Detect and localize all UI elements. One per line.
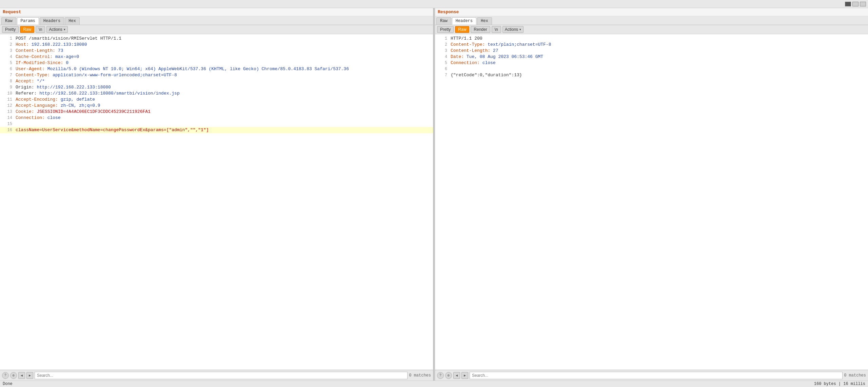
tab-headers-response[interactable]: Headers <box>452 17 476 25</box>
tab-raw-response[interactable]: Raw <box>436 17 451 25</box>
tab-raw-request[interactable]: Raw <box>1 17 16 25</box>
raw-btn-request[interactable]: Raw <box>20 26 34 33</box>
status-bar: Done 160 bytes | 16 millis <box>0 381 868 387</box>
pretty-btn-request[interactable]: Pretty <box>2 26 19 33</box>
response-line-1: 1 HTTP/1.1 200 <box>435 36 868 42</box>
response-title: Response <box>435 8 868 16</box>
response-help-icon[interactable]: ? <box>437 372 444 379</box>
newline-btn-response[interactable]: \n <box>492 26 501 33</box>
request-settings-icon[interactable]: ⚙ <box>10 372 17 379</box>
actions-dropdown-arrow-response: ▾ <box>519 28 521 31</box>
request-line-5: 5 If-Modified-Since: 0 <box>0 60 433 66</box>
request-line-2: 2 Host: 192.168.222.133:18080 <box>0 42 433 48</box>
request-line-10: 10 Referer: http://192.168.222.133:18080… <box>0 90 433 97</box>
request-line-3: 3 Content-Length: 73 <box>0 48 433 54</box>
request-line-11: 11 Accept-Encoding: gzip, deflate <box>0 97 433 103</box>
request-line-13: 13 Cookie: JSESSIONID=4A4AC06EC1DF3CDDC4… <box>0 109 433 115</box>
tab-hex-request[interactable]: Hex <box>65 17 80 25</box>
tab-params-request[interactable]: Params <box>17 17 39 25</box>
request-line-4: 4 Cache-Control: max-age=0 <box>0 54 433 60</box>
request-toolbar: Pretty Raw \n Actions ▾ <box>0 25 433 34</box>
response-line-4: 4 Date: Tue, 08 Aug 2023 06:53:46 GMT <box>435 54 868 60</box>
request-search-bar: ? ⚙ ◀ ▶ 0 matches <box>0 370 433 381</box>
request-matches-count: 0 matches <box>409 373 431 378</box>
response-tab-bar: Raw Headers Hex <box>435 16 868 25</box>
request-line-6: 6 User-Agent: Mozilla/5.0 (Windows NT 10… <box>0 66 433 72</box>
response-line-3: 3 Content-Length: 27 <box>435 48 868 54</box>
status-done: Done <box>3 382 13 386</box>
request-line-15: 15 <box>0 121 433 127</box>
request-line-1: 1 POST /smartbi/vision/RMIServlet HTTP/1… <box>0 36 433 42</box>
response-matches-count: 0 matches <box>844 373 866 378</box>
request-search-input[interactable] <box>35 372 408 379</box>
response-line-5: 5 Connection: close <box>435 60 868 66</box>
top-bar <box>0 0 868 8</box>
request-content: 1 POST /smartbi/vision/RMIServlet HTTP/1… <box>0 34 433 370</box>
actions-btn-response[interactable]: Actions ▾ <box>502 26 524 33</box>
render-btn-response[interactable]: Render <box>471 26 490 33</box>
layout-grid-icon[interactable] <box>860 2 866 6</box>
request-help-icon[interactable]: ? <box>2 372 9 379</box>
request-line-16: 16 className=UserService&methodName=chan… <box>0 127 433 133</box>
request-line-12: 12 Accept-Language: zh-CN, zh;q=0.9 <box>0 103 433 109</box>
request-line-14: 14 Connection: close <box>0 115 433 121</box>
response-search-input[interactable] <box>470 372 843 379</box>
response-pane: Response Raw Headers Hex Pretty Raw Rend… <box>435 8 868 381</box>
tab-hex-response[interactable]: Hex <box>477 17 492 25</box>
request-line-7: 7 Content-Type: application/x-www-form-u… <box>0 72 433 78</box>
response-next-btn[interactable]: ▶ <box>461 372 468 379</box>
pretty-btn-response[interactable]: Pretty <box>437 26 454 33</box>
request-tab-bar: Raw Params Headers Hex <box>0 16 433 25</box>
response-line-2: 2 Content-Type: text/plain;charset=UTF-8 <box>435 42 868 48</box>
layout-split-icon[interactable] <box>845 2 851 6</box>
request-line-8: 8 Accept: */* <box>0 78 433 84</box>
request-pane: Request Raw Params Headers Hex Pretty Ra… <box>0 8 433 381</box>
layout-list-icon[interactable] <box>852 2 859 6</box>
response-prev-btn[interactable]: ◀ <box>453 372 460 379</box>
tab-headers-request[interactable]: Headers <box>40 17 64 25</box>
response-line-7: 7 {"retCode":0,"duration":13} <box>435 72 868 78</box>
response-line-6: 6 <box>435 66 868 72</box>
request-title: Request <box>0 8 433 16</box>
actions-dropdown-arrow-request: ▾ <box>64 28 65 31</box>
request-next-btn[interactable]: ▶ <box>26 372 33 379</box>
request-line-9: 9 Origin: http://192.168.222.133:18080 <box>0 84 433 90</box>
response-toolbar: Pretty Raw Render \n Actions ▾ <box>435 25 868 34</box>
status-size: 160 bytes | 16 millis <box>814 382 865 386</box>
response-content: 1 HTTP/1.1 200 2 Content-Type: text/plai… <box>435 34 868 370</box>
raw-btn-response[interactable]: Raw <box>455 26 469 33</box>
response-search-bar: ? ⚙ ◀ ▶ 0 matches <box>435 370 868 381</box>
response-settings-icon[interactable]: ⚙ <box>445 372 452 379</box>
actions-btn-request[interactable]: Actions ▾ <box>46 26 67 33</box>
newline-btn-request[interactable]: \n <box>36 26 45 33</box>
request-prev-btn[interactable]: ◀ <box>18 372 25 379</box>
